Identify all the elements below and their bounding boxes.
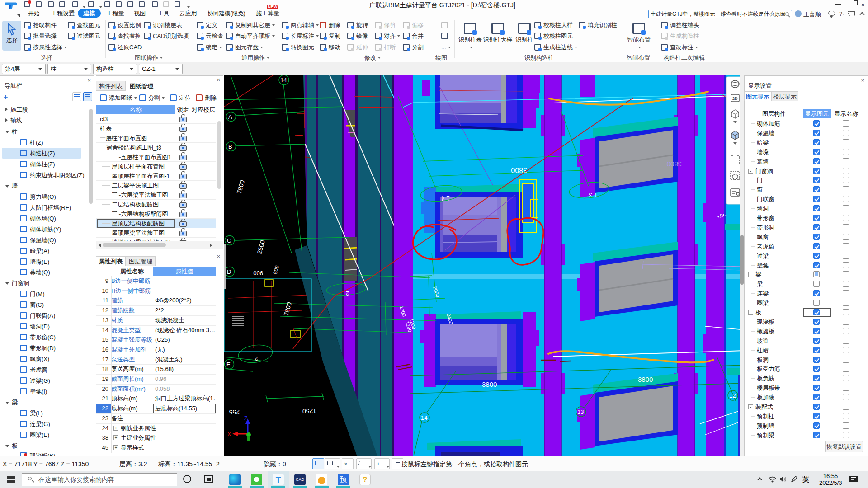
svg-text:X: X bbox=[227, 431, 231, 437]
svg-text:7800: 7800 bbox=[235, 179, 246, 194]
svg-text:800: 800 bbox=[272, 264, 280, 275]
svg-text:D: D bbox=[227, 268, 231, 275]
svg-text:3800: 3800 bbox=[667, 160, 682, 168]
svg-text:14: 14 bbox=[421, 414, 427, 421]
svg-text:C: C bbox=[227, 237, 231, 244]
svg-text:255: 255 bbox=[229, 408, 240, 416]
svg-text:1 3: 1 3 bbox=[589, 192, 598, 199]
svg-text:3800: 3800 bbox=[511, 166, 527, 174]
svg-text:2D: 2D bbox=[732, 96, 738, 101]
svg-text:12: 12 bbox=[729, 392, 736, 399]
svg-text:1 4: 1 4 bbox=[441, 195, 450, 202]
svg-text:E: E bbox=[226, 361, 231, 368]
svg-text:2: 2 bbox=[255, 355, 258, 362]
svg-text:2: 2 bbox=[346, 290, 349, 297]
svg-text:13: 13 bbox=[577, 408, 584, 415]
svg-text:2500: 2500 bbox=[255, 239, 266, 254]
svg-text:A: A bbox=[228, 113, 232, 120]
svg-text:Z: Z bbox=[244, 415, 247, 422]
svg-text:14: 14 bbox=[280, 77, 287, 84]
svg-text:3800: 3800 bbox=[638, 375, 653, 383]
svg-text:B: B bbox=[228, 143, 232, 150]
svg-text:3800: 3800 bbox=[482, 380, 497, 388]
svg-text:1250: 1250 bbox=[302, 408, 316, 415]
svg-text:900: 900 bbox=[253, 270, 263, 277]
